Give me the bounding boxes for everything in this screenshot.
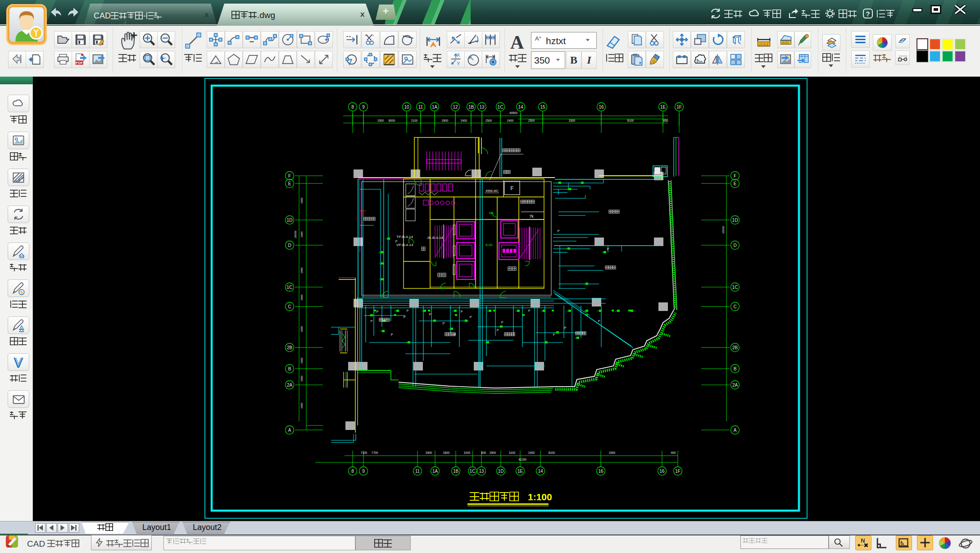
svg-text:D: D [733, 243, 736, 248]
svg-text:F: F [288, 174, 291, 178]
svg-text:15: 15 [540, 105, 545, 110]
svg-text:2500: 2500 [485, 119, 492, 122]
svg-text:2400: 2400 [507, 119, 514, 122]
svg-text:1500: 1500 [377, 119, 384, 122]
svg-text:2B: 2B [287, 345, 293, 350]
svg-text:P: P [407, 309, 409, 312]
svg-text:P: P [470, 315, 472, 319]
svg-text:1D: 1D [498, 469, 504, 474]
svg-text:2500: 2500 [490, 451, 496, 454]
svg-text:P: P [558, 229, 560, 233]
svg-text:D: D [288, 243, 291, 248]
svg-text:B: B [734, 366, 737, 371]
svg-text:2A: 2A [732, 383, 738, 388]
svg-text:8100: 8100 [549, 451, 555, 454]
svg-text:P: P [443, 322, 445, 325]
svg-text:1C: 1C [498, 105, 504, 110]
svg-text:13: 13 [479, 105, 485, 110]
svg-text:E: E [734, 181, 737, 186]
svg-text:A: A [288, 428, 291, 433]
svg-text:2500: 2500 [528, 119, 535, 122]
svg-text:1A: 1A [432, 469, 438, 474]
svg-text:P: P [377, 310, 379, 313]
svg-text:1D: 1D [287, 218, 293, 223]
svg-text:C: C [733, 304, 736, 309]
svg-text:2A: 2A [287, 383, 293, 388]
svg-text:8100: 8100 [627, 119, 634, 122]
svg-text:9: 9 [362, 469, 365, 474]
svg-text:PDF: PDF [76, 61, 83, 65]
svg-text:2600: 2600 [443, 451, 450, 454]
svg-text:P: P [461, 310, 463, 313]
svg-text:1C: 1C [287, 285, 293, 290]
svg-text:X: X [457, 53, 460, 58]
svg-text:3800: 3800 [300, 267, 303, 274]
svg-text:16: 16 [598, 469, 603, 474]
svg-text:P: P [528, 309, 531, 312]
svg-text:P: P [454, 333, 456, 336]
svg-text:VP-B-4-14: VP-B-4-14 [396, 243, 413, 247]
svg-text:6A: 6A [489, 211, 494, 215]
svg-text:2400: 2400 [461, 119, 467, 122]
svg-text:1B: 1B [453, 469, 459, 474]
svg-text:Y: Y [457, 61, 460, 66]
svg-text:1F: 1F [675, 469, 681, 474]
svg-text:3800: 3800 [300, 197, 303, 204]
svg-text:1E: 1E [660, 105, 666, 110]
svg-text:8: 8 [351, 469, 354, 474]
svg-text:3900: 3900 [426, 451, 432, 454]
svg-text:7k: 7k [529, 214, 534, 219]
svg-text:1C: 1C [732, 285, 738, 290]
svg-text:25050: 25050 [722, 226, 725, 233]
svg-text:9: 9 [362, 105, 365, 110]
svg-text:7100: 7100 [361, 451, 368, 454]
svg-text:3800: 3800 [300, 326, 303, 332]
svg-text:F: F [734, 174, 736, 178]
svg-text:800: 800 [481, 451, 486, 454]
svg-text:N: N [861, 537, 865, 544]
svg-text:P: P [371, 320, 373, 323]
svg-text:P: P [607, 247, 609, 251]
svg-text:P: P [429, 313, 431, 316]
svg-text:B: B [288, 366, 291, 371]
svg-text:14: 14 [538, 469, 543, 474]
svg-text:3800: 3800 [300, 294, 303, 301]
svg-text:4556-MC: 4556-MC [485, 189, 499, 192]
svg-text:49500: 49500 [509, 111, 517, 114]
svg-text:1B: 1B [468, 105, 474, 110]
svg-text:1A: 1A [432, 105, 438, 110]
svg-text:3800: 3800 [300, 357, 303, 364]
svg-text:3300: 3300 [569, 119, 576, 122]
svg-text:25050: 25050 [294, 230, 297, 238]
svg-text:1E: 1E [517, 469, 523, 474]
svg-text:A: A [734, 428, 737, 433]
svg-text:2600: 2600 [442, 119, 449, 122]
svg-text:3100: 3100 [509, 451, 516, 454]
svg-text:12: 12 [453, 105, 458, 110]
svg-text:1C: 1C [470, 469, 476, 474]
svg-text:C: C [288, 304, 291, 309]
svg-text:3100: 3100 [464, 451, 471, 454]
svg-text:2100: 2100 [411, 119, 418, 122]
svg-text:900: 900 [671, 451, 676, 454]
svg-text:E: E [288, 181, 291, 186]
svg-text:3300: 3300 [609, 451, 616, 454]
svg-text:P: P [501, 321, 504, 324]
svg-text:8: 8 [351, 105, 354, 110]
svg-text:P: P [391, 333, 393, 336]
svg-text:JK-B-4-14: JK-B-4-14 [427, 236, 444, 240]
svg-text:3800: 3800 [300, 231, 303, 238]
svg-text:TP-B-4-14: TP-B-4-14 [396, 235, 413, 239]
svg-text:41150: 41150 [518, 458, 526, 461]
svg-text:?: ? [866, 10, 870, 18]
svg-text:1F: 1F [676, 105, 682, 110]
svg-text:P: P [598, 320, 600, 323]
svg-text:7700: 7700 [372, 451, 378, 454]
svg-text:1D: 1D [732, 218, 738, 223]
svg-text:3800: 3800 [300, 375, 303, 382]
svg-text:P: P [553, 333, 555, 336]
svg-text:3800: 3800 [300, 402, 303, 409]
svg-text:P: P [395, 240, 398, 243]
svg-text:16: 16 [599, 105, 604, 110]
svg-text:2B: 2B [732, 345, 738, 350]
